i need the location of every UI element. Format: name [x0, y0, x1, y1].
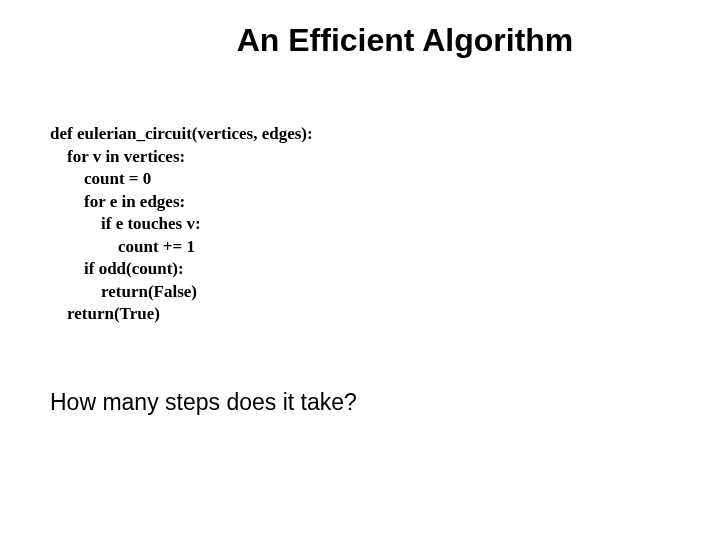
code-line-1: def eulerian_circuit(vertices, edges):: [50, 124, 313, 143]
code-line-7: if odd(count):: [50, 259, 184, 278]
code-block: def eulerian_circuit(vertices, edges): f…: [50, 101, 720, 325]
code-line-4: for e in edges:: [50, 192, 185, 211]
code-line-6: count += 1: [50, 237, 195, 256]
code-line-8: return(False): [50, 282, 197, 301]
slide-title: An Efficient Algorithm: [0, 0, 720, 59]
code-line-2: for v in vertices:: [50, 147, 185, 166]
code-line-3: count = 0: [50, 169, 151, 188]
question-text: How many steps does it take?: [50, 389, 720, 416]
code-line-5: if e touches v:: [50, 214, 201, 233]
code-line-9: return(True): [50, 304, 160, 323]
